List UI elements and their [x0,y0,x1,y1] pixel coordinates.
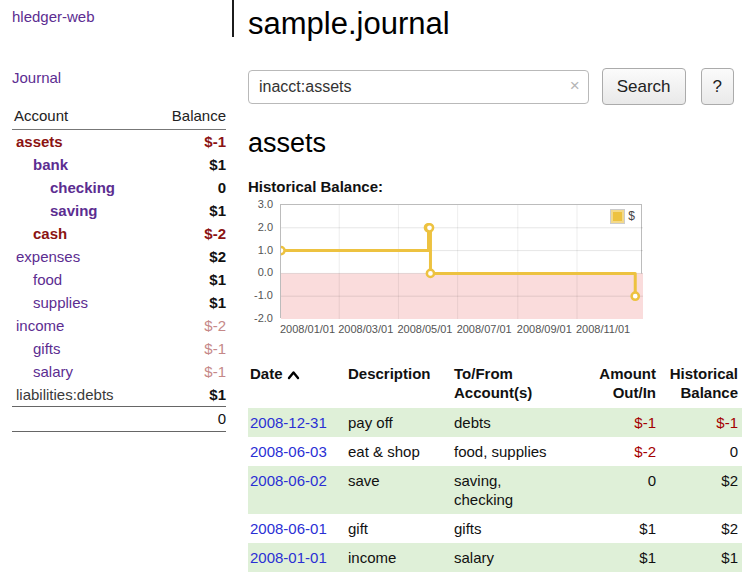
register-header-description: Description [346,360,452,408]
account-balance: $2 [152,245,226,268]
legend-label: $ [628,209,635,223]
journal-link[interactable]: Journal [12,69,61,86]
register-header-balance: Historical Balance [660,360,742,408]
account-name-cell: cash [12,222,152,245]
accounts-header-balance: Balance [152,104,226,130]
register-row[interactable]: 2008-01-01incomesalary$1$1 [248,543,742,572]
register-header-row: Date Description To/From Account(s) Amou… [248,360,742,408]
account-row: checking0 [12,176,226,199]
amount-header-line2: Out/In [613,384,656,401]
x-axis-label: 2008/09/01 [517,323,572,335]
transaction-amount: $-2 [582,437,660,466]
account-name-cell: salary [12,360,152,383]
transaction-balance: $-1 [660,408,742,437]
account-link[interactable]: saving [12,202,98,220]
account-link[interactable]: gifts [12,340,61,358]
transaction-accounts: gifts [452,514,582,543]
transaction-amount: $1 [582,543,660,572]
account-name-cell: expenses [12,245,152,268]
register-header-date[interactable]: Date [248,360,346,408]
x-axis-label: 2008/01/01 [280,323,335,335]
account-link[interactable]: checking [12,179,115,197]
transaction-description: pay off [346,408,452,437]
x-axis-label: 2008/11/01 [576,323,630,335]
transaction-date-cell: 2008-06-01 [248,514,346,543]
account-row: liabilities:debts$1 [12,383,226,407]
account-row: supplies$1 [12,291,226,314]
accounts-header-row: Account Balance [12,104,226,130]
transaction-balance: 0 [660,437,742,466]
y-axis-label: -2.0 [254,312,273,324]
chart-plot-area: $ [280,204,642,318]
register-row[interactable]: 2008-06-03eat & shopfood, supplies$-20 [248,437,742,466]
transaction-date-link[interactable]: 2008-06-01 [250,520,327,537]
transaction-amount: $1 [582,514,660,543]
divider-line [232,0,234,37]
account-balance: $1 [152,291,226,314]
account-row: food$1 [12,268,226,291]
x-axis-label: 2008/03/01 [338,323,393,335]
chart-canvas [281,205,643,319]
chart-y-axis: 3.02.01.00.0-1.0-2.0 [248,204,276,318]
account-name-cell: gifts [12,337,152,360]
account-link[interactable]: liabilities:debts [12,386,114,404]
account-link[interactable]: supplies [12,294,88,312]
account-row: bank$1 [12,153,226,176]
account-balance: $1 [152,153,226,176]
sort-ascending-icon[interactable] [287,365,300,384]
register-row[interactable]: 2008-12-31pay offdebts$-1$-1 [248,408,742,437]
transaction-date-cell: 2008-06-03 [248,437,346,466]
account-row: income$-2 [12,314,226,337]
accounts-total-value: 0 [152,407,226,432]
main-content: sample.journal × Search ? assets Histori… [238,0,742,572]
journal-nav: Journal [12,69,238,86]
transaction-date-link[interactable]: 2008-06-02 [250,472,327,489]
account-name-cell: liabilities:debts [12,383,152,407]
account-name-cell: food [12,268,152,291]
transaction-description: income [346,543,452,572]
account-link[interactable]: food [12,271,62,289]
account-link[interactable]: income [12,317,64,335]
help-button[interactable]: ? [701,68,734,105]
transaction-date-link[interactable]: 2008-06-03 [250,443,327,460]
chart-legend: $ [608,208,638,224]
transaction-balance: $2 [660,466,742,514]
accounts-header-line1: To/From [454,365,513,382]
search-input[interactable] [248,70,589,104]
y-axis-label: 2.0 [258,221,273,233]
search-button[interactable]: Search [602,68,686,105]
account-link[interactable]: cash [12,225,67,243]
account-row: saving$1 [12,199,226,222]
transaction-date-cell: 2008-06-02 [248,466,346,514]
app-title-link[interactable]: hledger-web [12,8,95,25]
account-link[interactable]: assets [12,133,63,151]
register-header-accounts: To/From Account(s) [452,360,582,408]
page-title: sample.journal [248,6,734,42]
account-name-cell: saving [12,199,152,222]
transaction-date-link[interactable]: 2008-01-01 [250,549,327,566]
account-link[interactable]: salary [12,363,73,381]
chart-x-axis: 2008/01/012008/03/012008/05/012008/07/01… [280,323,642,339]
transaction-date-link[interactable]: 2008-12-31 [250,414,327,431]
account-balance: $-2 [152,314,226,337]
clear-search-icon[interactable]: × [570,77,580,95]
search-form: × Search ? [248,68,734,105]
account-heading: assets [248,128,734,159]
accounts-total-row: 0 [12,407,226,432]
account-link[interactable]: bank [12,156,68,174]
sidebar: hledger-web Journal Account Balance asse… [0,0,238,432]
account-row: salary$-1 [12,360,226,383]
register-row[interactable]: 2008-06-01giftgifts$1$2 [248,514,742,543]
y-axis-label: -1.0 [254,289,273,301]
accounts-table: Account Balance assets$-1bank$1checking0… [12,104,226,432]
account-row: assets$-1 [12,130,226,154]
search-box: × [248,70,589,104]
account-balance: 0 [152,176,226,199]
register-table: Date Description To/From Account(s) Amou… [248,360,742,572]
account-balance: $1 [152,199,226,222]
register-row[interactable]: 2008-06-02savesaving, checking0$2 [248,466,742,514]
transaction-accounts: food, supplies [452,437,582,466]
account-name-cell: supplies [12,291,152,314]
transaction-accounts: debts [452,408,582,437]
account-link[interactable]: expenses [12,248,80,266]
